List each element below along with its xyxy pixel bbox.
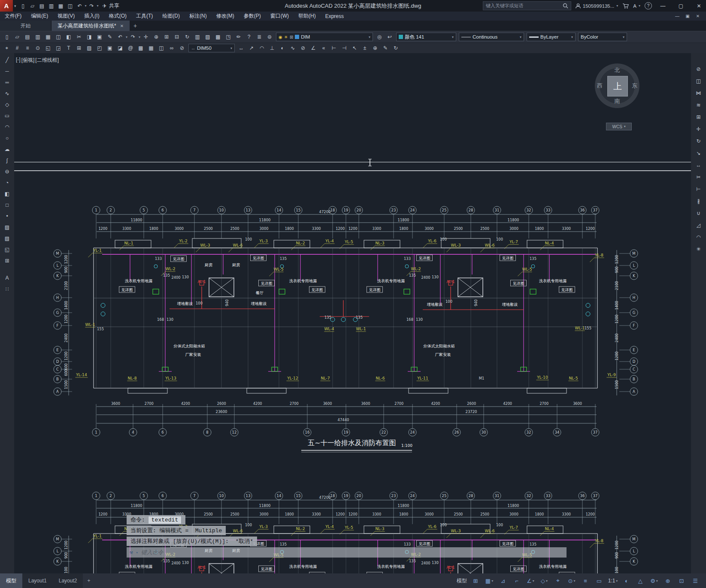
offset-tool-icon[interactable]: ≋ [694,100,704,110]
layer-off-icon[interactable]: ◎ [374,32,385,42]
close-button[interactable]: ✕ [692,0,706,12]
cut-icon[interactable]: ✂ [74,32,84,42]
dim-radius-icon[interactable]: ◐ [277,43,288,53]
qat-redo-icon[interactable]: ↷ [87,1,97,11]
view-cube-south[interactable]: 南 [615,97,620,105]
maximize-button[interactable]: ▢ [674,0,688,12]
menu-item-parametric[interactable]: 参数(P) [239,12,266,20]
markup-icon[interactable]: ✏ [233,32,244,42]
qat-batch-plot-icon[interactable]: ◫ [66,1,75,11]
region-tool-icon[interactable]: ◱ [2,245,12,254]
sheet-set-icon[interactable]: ◳ [223,32,233,42]
customize-wrench-icon[interactable]: ⚒ [130,549,133,556]
purge-icon[interactable]: ⊘ [177,43,187,53]
doc-minimize-button[interactable]: — [673,14,682,18]
insert-block-tool-icon[interactable]: ◧ [2,189,12,199]
area-icon[interactable]: ◱ [43,43,53,53]
linetype-dropdown[interactable]: Continuous ▾ [459,33,524,41]
arc-tool-icon[interactable]: ◠ [2,122,12,132]
viewport-view-control[interactable]: [俯视] [21,57,35,64]
break-tool-icon[interactable]: ∦ [694,196,704,206]
cad-drawing[interactable]: 1256710131415181920232425283132333637146… [14,53,691,573]
menu-item-edit[interactable]: 编辑(E) [26,12,53,20]
region-mass-icon[interactable]: ◲ [53,43,64,53]
make-block-tool-icon[interactable]: □ [2,200,12,210]
autodesk-apps-button[interactable]: A▾ [633,3,641,9]
menu-item-window[interactable]: 窗口(W) [266,12,294,20]
view-cube-east[interactable]: 东 [632,82,637,90]
insert-block-icon[interactable]: ◪ [115,43,125,53]
dim-baseline-icon[interactable]: ⊢ [329,43,339,53]
qat-undo-icon[interactable]: ↶ [75,1,85,11]
copy-tool-icon[interactable]: ◫ [694,76,704,86]
help-button[interactable]: ? [645,2,652,9]
copy-icon[interactable]: ◨ [84,32,94,42]
menu-item-format[interactable]: 格式(O) [104,12,131,20]
minimize-button[interactable]: — [656,0,670,12]
layer-previous-icon[interactable]: ↩ [385,32,395,42]
customization-icon[interactable]: ☰ [689,575,702,586]
plotstyle-dropdown[interactable]: ByColor ▾ [578,33,627,41]
annotation-scale-label[interactable]: 1:1▾ [606,575,619,586]
account-button[interactable]: 1505999135... ▾ [575,3,619,9]
menu-item-modify[interactable]: 修改(M) [212,12,239,20]
hyperlink-icon[interactable]: ∞ [167,43,177,53]
zoom-previous-icon[interactable]: ⊟ [172,32,182,42]
polygon-tool-icon[interactable]: ◇ [2,100,12,109]
qat-open-icon[interactable]: ▱ [28,1,37,11]
infer-constraints-icon[interactable]: ⊿ [497,575,509,586]
workspace-switching-icon[interactable]: ⚙▾ [648,575,661,586]
lineweight-dropdown[interactable]: ByLayer ▾ [527,33,576,41]
polar-tracking-icon[interactable]: ∠▾ [524,575,537,586]
rectangle-tool-icon[interactable]: ▭ [2,111,12,121]
join-tool-icon[interactable]: ∪ [694,208,704,218]
osnap-tracking-icon[interactable]: ⌖ [551,575,564,586]
save-as-icon[interactable]: ▥ [33,32,43,42]
layer-states-icon[interactable]: ⊜ [264,32,275,42]
xref-icon[interactable]: ▩ [136,43,146,53]
quick-calc-icon[interactable]: # [12,43,22,53]
dim-linear-icon[interactable]: ↔ [236,43,246,53]
line-tool-icon[interactable]: ╱ [2,55,12,65]
image-icon[interactable]: ▦ [146,43,156,53]
ellipse-arc-tool-icon[interactable]: ◔ [2,178,12,187]
layout-tab-layout1[interactable]: Layout1 [22,573,53,588]
dim-continue-icon[interactable]: ⊣ [339,43,349,53]
scale-tool-icon[interactable]: ↘ [694,148,704,158]
save-icon[interactable]: ▤ [22,32,33,42]
tolerance-icon[interactable]: ± [360,43,370,53]
view-cube-north[interactable]: 北 [615,66,620,74]
center-mark-icon[interactable]: ⊕ [370,43,380,53]
menu-item-view[interactable]: 视图(V) [53,12,79,20]
command-input[interactable]: ⚒ ▾ 键入命令 [127,547,567,558]
rotate-tool-icon[interactable]: ↻ [694,136,704,146]
view-cube-top-face[interactable]: 上 [607,76,628,96]
menu-item-insert[interactable]: 插入(I) [79,12,104,20]
qat-undo-icon-caret[interactable]: ▾ [85,4,87,8]
explode-tool-icon[interactable]: ✳ [694,244,704,254]
array-tool-icon[interactable]: ⊞ [694,112,704,122]
dimstyle-dropdown[interactable]: ↔ DIM50 ▾ [188,44,235,52]
isolate-objects-icon[interactable]: ⊡ [675,575,688,586]
mtext-tool-icon[interactable]: A [2,273,12,283]
ortho-mode-icon[interactable]: ⌐ [510,575,523,586]
gradient-tool-icon[interactable]: ▧ [2,234,12,243]
layout-tab-model[interactable]: 模型 [0,573,22,588]
table-icon[interactable]: ⊞ [74,43,84,53]
dim-diameter-icon[interactable]: ⊘ [298,43,308,53]
match-properties-icon[interactable]: ✎ [105,32,115,42]
chevron-down-icon[interactable]: ▾ [14,4,16,8]
open-folder-icon[interactable]: ▱ [12,32,22,42]
app-menu-button[interactable]: A [0,0,13,12]
fillet-tool-icon[interactable]: ◠ [694,232,704,242]
menu-item-file[interactable]: 文件(F) [0,12,26,20]
ole-icon[interactable]: ◫ [156,43,167,53]
menu-item-dimension[interactable]: 标注(N) [185,12,212,20]
new-file-icon[interactable]: ▯ [2,32,12,42]
share-button[interactable]: ✈ 共享 [103,2,119,9]
hatch-icon[interactable]: ▨ [84,43,94,53]
view-cube-west[interactable]: 西 [597,82,603,90]
qat-save-as-icon[interactable]: ▥ [47,1,56,11]
measure-icon[interactable]: ⌖ [2,43,12,53]
mirror-tool-icon[interactable]: ⋈ [694,88,704,98]
